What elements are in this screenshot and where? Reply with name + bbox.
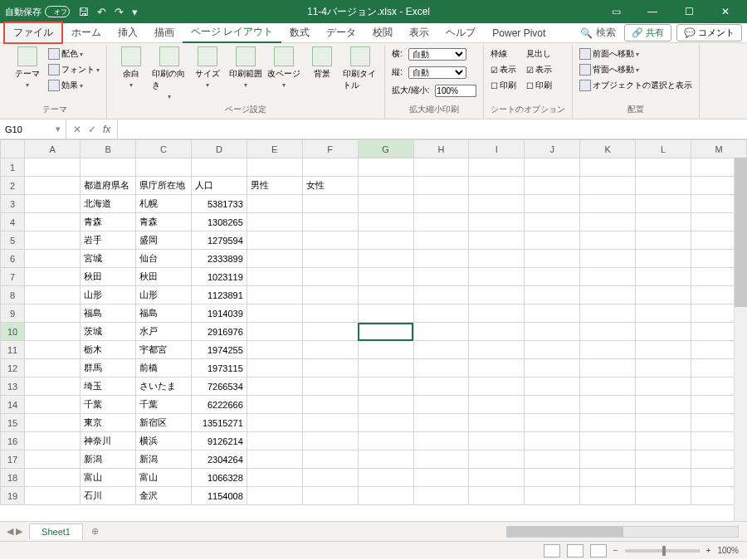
cell[interactable] — [525, 177, 580, 195]
cell[interactable] — [580, 231, 636, 250]
worksheet[interactable]: ABCDEFGHIJKLM12都道府県名県庁所在地人口男性女性3北海道札幌538… — [0, 139, 747, 521]
cell[interactable] — [247, 414, 302, 432]
cell[interactable] — [413, 414, 469, 432]
fx-icon[interactable]: fx — [103, 124, 110, 135]
col-header[interactable]: G — [358, 140, 413, 158]
cell[interactable]: 6222666 — [191, 396, 247, 414]
cell[interactable]: 都道府県名 — [81, 177, 136, 195]
cell[interactable]: 1154008 — [191, 487, 247, 505]
cell[interactable] — [247, 195, 302, 213]
cell[interactable] — [136, 158, 192, 177]
col-header[interactable]: L — [636, 140, 691, 158]
col-header[interactable]: H — [413, 140, 469, 158]
cell[interactable]: 13515271 — [191, 414, 247, 432]
cell[interactable] — [358, 304, 413, 323]
cell[interactable] — [636, 359, 691, 377]
printarea-button[interactable]: 印刷範囲 — [228, 46, 263, 89]
cell[interactable]: 富山 — [136, 469, 192, 487]
cell[interactable] — [413, 286, 469, 304]
cell[interactable]: 新潟 — [81, 450, 136, 469]
tab-draw[interactable]: 描画 — [146, 23, 183, 42]
cell[interactable] — [247, 286, 302, 304]
cell[interactable] — [358, 323, 413, 341]
height-select[interactable]: 自動 — [408, 66, 466, 79]
close-icon[interactable]: ✕ — [709, 0, 742, 23]
cell[interactable] — [525, 304, 580, 323]
cell[interactable] — [469, 158, 525, 177]
tab-file[interactable]: ファイル — [3, 22, 63, 44]
selection-pane-button[interactable]: オブジェクトの選択と表示 — [579, 78, 692, 93]
cell[interactable] — [25, 396, 81, 414]
cancel-icon[interactable]: ✕ — [73, 124, 81, 135]
cell[interactable]: 1279594 — [191, 231, 247, 250]
cell[interactable] — [580, 487, 636, 505]
vertical-scrollbar[interactable] — [734, 158, 747, 521]
row-header[interactable]: 13 — [1, 377, 25, 396]
cell[interactable] — [413, 450, 469, 469]
size-button[interactable]: サイズ — [190, 46, 225, 89]
width-select[interactable]: 自動 — [408, 48, 466, 61]
pagelayout-view-icon[interactable] — [567, 544, 583, 558]
row-header[interactable]: 10 — [1, 323, 25, 341]
row-header[interactable]: 18 — [1, 469, 25, 487]
row-header[interactable]: 4 — [1, 213, 25, 231]
cell[interactable] — [25, 177, 81, 195]
col-header[interactable]: K — [580, 140, 636, 158]
cell[interactable] — [469, 286, 525, 304]
search-box[interactable]: 🔍検索 — [580, 26, 616, 40]
save-icon[interactable]: 🖫 — [78, 6, 89, 18]
row-header[interactable]: 3 — [1, 195, 25, 213]
name-box[interactable]: G10 ▾ — [0, 119, 66, 139]
cell[interactable]: 男性 — [247, 177, 302, 195]
cell[interactable]: 札幌 — [136, 195, 192, 213]
cell[interactable] — [25, 450, 81, 469]
cell[interactable] — [25, 469, 81, 487]
cell[interactable] — [525, 469, 580, 487]
zoom-out-button[interactable]: − — [613, 546, 618, 555]
cell[interactable] — [413, 396, 469, 414]
cell[interactable] — [580, 414, 636, 432]
themes-button[interactable]: テーマ — [10, 46, 45, 89]
row-header[interactable]: 6 — [1, 250, 25, 268]
cell[interactable] — [25, 231, 81, 250]
cell[interactable] — [302, 195, 358, 213]
share-button[interactable]: 🔗 共有 — [624, 24, 671, 41]
cell[interactable] — [25, 487, 81, 505]
cell[interactable] — [636, 450, 691, 469]
cell[interactable] — [525, 231, 580, 250]
row-header[interactable]: 2 — [1, 177, 25, 195]
cell[interactable] — [302, 432, 358, 450]
cell[interactable] — [413, 432, 469, 450]
ribbon-options-icon[interactable]: ▭ — [599, 0, 632, 23]
cell[interactable] — [413, 195, 469, 213]
colors-button[interactable]: 配色 — [48, 46, 100, 61]
cell[interactable] — [247, 359, 302, 377]
cell[interactable] — [580, 432, 636, 450]
tab-view[interactable]: 表示 — [401, 23, 437, 42]
cell[interactable] — [469, 469, 525, 487]
zoom-in-button[interactable]: + — [706, 546, 711, 555]
cell[interactable] — [525, 323, 580, 341]
redo-icon[interactable]: ↷ — [115, 6, 124, 18]
row-header[interactable]: 17 — [1, 450, 25, 469]
cell[interactable] — [25, 158, 81, 177]
col-header[interactable]: J — [525, 140, 580, 158]
cell[interactable] — [525, 286, 580, 304]
cell[interactable] — [25, 432, 81, 450]
horizontal-scrollbar[interactable] — [506, 526, 739, 538]
col-header[interactable]: I — [469, 140, 525, 158]
cell[interactable]: 茨城 — [81, 323, 136, 341]
cell[interactable] — [25, 323, 81, 341]
cell[interactable]: 1974255 — [191, 341, 247, 359]
cell[interactable] — [580, 177, 636, 195]
cell[interactable] — [469, 195, 525, 213]
cell[interactable] — [358, 195, 413, 213]
select-all-corner[interactable] — [1, 140, 25, 158]
cell[interactable]: 埼玉 — [81, 377, 136, 396]
row-header[interactable]: 12 — [1, 359, 25, 377]
cell[interactable] — [302, 213, 358, 231]
cell[interactable] — [580, 396, 636, 414]
cell[interactable] — [358, 268, 413, 286]
cell[interactable] — [580, 377, 636, 396]
cell[interactable] — [413, 213, 469, 231]
